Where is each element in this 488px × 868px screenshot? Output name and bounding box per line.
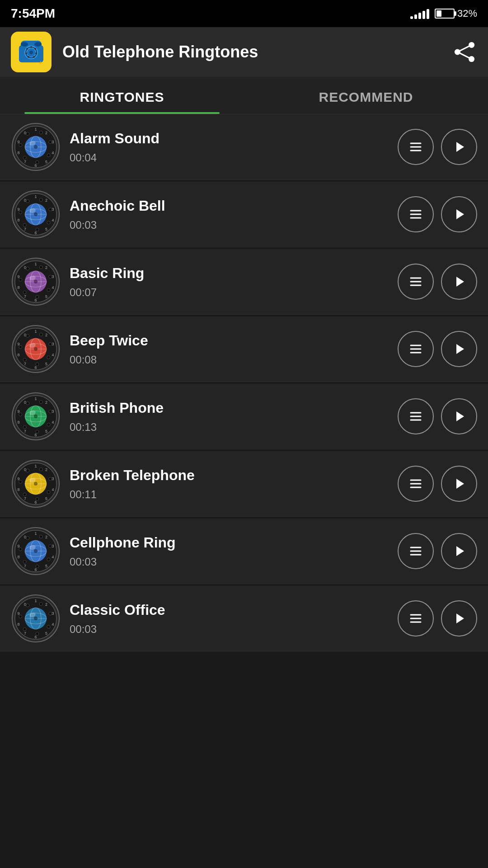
svg-text:3: 3 [52, 342, 54, 346]
song-duration: 00:11 [70, 488, 389, 501]
svg-point-128 [36, 363, 39, 366]
play-button[interactable] [441, 129, 477, 165]
tab-ringtones[interactable]: RINGTONES [0, 77, 244, 114]
svg-point-100 [23, 291, 26, 294]
svg-text:5: 5 [45, 429, 47, 434]
svg-text:7: 7 [24, 631, 26, 636]
play-button[interactable] [441, 600, 477, 637]
song-title: Alarm Sound [70, 130, 389, 147]
svg-text:4: 4 [52, 353, 54, 357]
share-button[interactable] [452, 39, 477, 65]
menu-button[interactable] [398, 264, 434, 300]
svg-text:2: 2 [45, 265, 47, 270]
svg-text:2: 2 [45, 131, 47, 135]
menu-button[interactable] [398, 129, 434, 165]
svg-point-246 [19, 615, 22, 618]
song-duration: 00:07 [70, 286, 389, 299]
svg-text:2: 2 [45, 198, 47, 203]
song-item: 1234567890 British Phone 00:13 [0, 384, 488, 449]
svg-text:0: 0 [24, 131, 26, 135]
app-icon: ♪ [11, 32, 52, 72]
svg-point-39 [49, 141, 52, 144]
song-duration: 00:13 [70, 421, 389, 434]
menu-button[interactable] [398, 398, 434, 434]
svg-point-71 [23, 223, 26, 226]
svg-point-70 [36, 228, 39, 231]
menu-button[interactable] [398, 466, 434, 502]
song-controls [398, 129, 477, 165]
play-button[interactable] [441, 196, 477, 232]
svg-text:8: 8 [17, 487, 19, 492]
svg-text:1: 1 [34, 329, 37, 334]
song-info: Anechoic Bell 00:03 [61, 198, 398, 231]
svg-text:7: 7 [24, 160, 26, 164]
song-duration: 00:03 [70, 556, 389, 568]
play-button[interactable] [441, 264, 477, 300]
svg-marker-222 [456, 546, 464, 556]
song-title: Classic Office [70, 602, 389, 618]
svg-point-9 [35, 52, 37, 54]
song-info: British Phone 00:13 [61, 400, 398, 434]
svg-text:7: 7 [24, 227, 26, 231]
song-title: Broken Telephone [70, 467, 389, 484]
svg-point-126 [49, 343, 52, 346]
menu-button[interactable] [398, 600, 434, 637]
svg-text:2: 2 [45, 602, 47, 607]
play-button[interactable] [441, 533, 477, 569]
svg-point-38 [39, 131, 42, 134]
svg-point-153 [34, 415, 38, 418]
menu-button[interactable] [398, 533, 434, 569]
svg-point-159 [19, 413, 22, 416]
svg-marker-164 [456, 411, 464, 421]
tab-recommend[interactable]: RECOMMEND [244, 77, 488, 114]
svg-point-42 [23, 156, 26, 159]
svg-point-216 [23, 560, 26, 563]
song-info: Basic Ring 00:07 [61, 265, 398, 299]
svg-text:1: 1 [34, 127, 37, 132]
svg-point-66 [34, 212, 38, 216]
song-item: 1234567890 Cellphone Ring 00:03 [0, 519, 488, 584]
svg-text:9: 9 [17, 611, 19, 616]
svg-text:0: 0 [24, 198, 26, 203]
svg-text:8: 8 [17, 353, 19, 357]
svg-marker-106 [456, 277, 464, 287]
svg-point-185 [47, 491, 50, 494]
song-duration: 00:03 [70, 623, 389, 636]
svg-point-130 [19, 345, 22, 349]
svg-text:2: 2 [45, 467, 47, 472]
svg-text:4: 4 [52, 622, 54, 627]
song-item: 1234567890 Classic Office 00:03 [0, 586, 488, 651]
svg-text:8: 8 [17, 420, 19, 425]
svg-point-97 [49, 275, 52, 278]
svg-point-184 [49, 477, 52, 481]
svg-point-43 [19, 143, 22, 146]
svg-text:9: 9 [17, 476, 19, 481]
menu-button[interactable] [398, 196, 434, 232]
play-button[interactable] [441, 331, 477, 367]
song-title: British Phone [70, 400, 389, 416]
tabs-container: RINGTONES RECOMMEND [0, 77, 488, 114]
song-controls [398, 398, 477, 434]
svg-point-125 [39, 333, 42, 336]
svg-point-95 [34, 280, 38, 283]
play-button[interactable] [441, 466, 477, 502]
svg-text:6: 6 [34, 163, 37, 168]
svg-text:5: 5 [45, 631, 47, 636]
song-title: Basic Ring [70, 265, 389, 282]
song-duration: 00:03 [70, 219, 389, 231]
svg-text:6: 6 [34, 567, 37, 572]
svg-point-213 [49, 545, 52, 548]
svg-point-240 [34, 617, 38, 620]
svg-text:5: 5 [45, 294, 47, 299]
play-button[interactable] [441, 398, 477, 434]
svg-point-245 [23, 627, 26, 631]
svg-point-155 [49, 410, 52, 413]
battery-icon [435, 9, 455, 19]
song-item: 1234567890 Beep Twice 00:08 [0, 316, 488, 382]
svg-point-101 [19, 278, 22, 281]
svg-point-241 [39, 603, 42, 606]
svg-point-10 [33, 56, 35, 58]
svg-point-218 [26, 536, 29, 539]
menu-button[interactable] [398, 331, 434, 367]
svg-text:1: 1 [34, 599, 37, 603]
